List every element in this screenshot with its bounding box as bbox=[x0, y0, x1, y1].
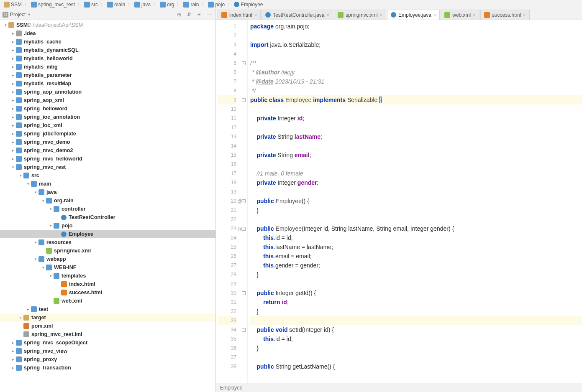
project-tree[interactable]: ▾SSM D:\ideaPorject\Apr\SSM▸.idea▸mybati… bbox=[0, 20, 215, 392]
fold-toggle[interactable]: − bbox=[242, 98, 246, 102]
tree-item-spring-jdbctemplate[interactable]: ▸spring_jdbcTemplate bbox=[0, 130, 215, 138]
tree-arrow[interactable]: ▾ bbox=[10, 165, 16, 169]
fold-toggle[interactable]: − bbox=[242, 61, 246, 65]
tree-item-org-rain[interactable]: ▾org.rain bbox=[0, 196, 215, 205]
tree-arrow[interactable]: ▾ bbox=[18, 173, 23, 178]
tree-arrow[interactable]: ▸ bbox=[10, 148, 16, 153]
tree-item-spring-aop-xml[interactable]: ▸spring_aop_xml bbox=[0, 96, 215, 104]
tree-item-spring-ioc-xml[interactable]: ▸spring_ioc_xml bbox=[0, 121, 215, 130]
tree-item-web-xml[interactable]: web.xml bbox=[0, 297, 215, 305]
tree-arrow[interactable]: ▸ bbox=[10, 157, 16, 161]
tree-item-spring-mvc-helloworld[interactable]: ▸spring_mvc_helloworld bbox=[0, 155, 215, 163]
tree-item-spring-aop-annotation[interactable]: ▸spring_aop_annotation bbox=[0, 88, 215, 96]
tree-item-controller[interactable]: ▾controller bbox=[0, 205, 215, 213]
tree-arrow[interactable]: ▾ bbox=[40, 199, 46, 203]
breadcrumb-item[interactable]: main bbox=[106, 1, 126, 8]
breadcrumb-item[interactable]: org bbox=[159, 1, 175, 8]
tree-arrow[interactable]: ▾ bbox=[33, 190, 38, 194]
tree-item-spring-mvc-scopeobject[interactable]: ▸spring_mvc_scopeObject bbox=[0, 339, 215, 347]
tree-arrow[interactable]: ▸ bbox=[10, 31, 16, 36]
tree-arrow[interactable]: ▸ bbox=[10, 40, 16, 44]
tree-item-index-html[interactable]: index.html bbox=[0, 280, 215, 288]
tree-item-mybatis-parameter[interactable]: ▸mybatis_parameter bbox=[0, 71, 215, 79]
tree-arrow[interactable]: ▸ bbox=[10, 349, 16, 353]
fold-toggle[interactable]: − bbox=[242, 227, 246, 231]
tree-item-main[interactable]: ▾main bbox=[0, 180, 215, 188]
tab-testrestcontroller-java[interactable]: TestRestController.java× bbox=[262, 10, 333, 20]
tab-springmvc-xml[interactable]: springmvc.xml× bbox=[334, 10, 386, 20]
tree-arrow[interactable]: ▸ bbox=[18, 316, 23, 320]
tree-item-spring-mvc-view[interactable]: ▸spring_mvc_view bbox=[0, 347, 215, 355]
breadcrumb-item[interactable]: SSM bbox=[3, 1, 23, 8]
tree-item-spring-mvc-rest-iml[interactable]: spring_mvc_rest.iml bbox=[0, 330, 215, 339]
tree-arrow[interactable]: ▸ bbox=[10, 48, 16, 52]
tree-item-success-html[interactable]: success.html bbox=[0, 288, 215, 297]
tree-item-spring-mvc-rest[interactable]: ▾spring_mvc_rest bbox=[0, 163, 215, 171]
tab-employee-java[interactable]: Employee.java× bbox=[387, 10, 440, 20]
tab-success-html[interactable]: success.html× bbox=[480, 10, 530, 20]
tree-arrow[interactable]: ▾ bbox=[3, 23, 8, 27]
tree-item-spring-mvc-demo2[interactable]: ▸spring_mvc_demo2 bbox=[0, 146, 215, 155]
tree-item-spring-helloword[interactable]: ▸spring_helloword bbox=[0, 104, 215, 113]
tree-item-pom-xml[interactable]: pom.xml bbox=[0, 322, 215, 330]
tree-item--idea[interactable]: ▸.idea bbox=[0, 29, 215, 38]
code-editor[interactable]: package org.rain.pojo;import java.io.Ser… bbox=[248, 20, 582, 383]
tree-item-testrestcontroller[interactable]: TestRestController bbox=[0, 213, 215, 221]
tree-item-mybatis-cache[interactable]: ▸mybatis_cache bbox=[0, 38, 215, 46]
fold-toggle[interactable]: − bbox=[242, 291, 246, 295]
tree-arrow[interactable]: ▸ bbox=[10, 115, 16, 119]
tree-item-webapp[interactable]: ▾webapp bbox=[0, 255, 215, 263]
tree-arrow[interactable]: ▾ bbox=[33, 240, 38, 244]
close-icon[interactable]: × bbox=[254, 13, 257, 18]
tree-arrow[interactable]: ▾ bbox=[25, 182, 31, 186]
tree-arrow[interactable]: ▸ bbox=[10, 56, 16, 61]
close-icon[interactable]: × bbox=[523, 13, 526, 18]
breadcrumb-item[interactable]: java bbox=[133, 1, 152, 8]
tree-item-mybatis-resultmap[interactable]: ▸mybatis_resultMap bbox=[0, 79, 215, 88]
tree-arrow[interactable]: ▾ bbox=[33, 257, 38, 261]
tab-web-xml[interactable]: web.xml× bbox=[441, 10, 479, 20]
close-icon[interactable]: × bbox=[433, 13, 436, 18]
tree-item-mybatis-dynamicsql[interactable]: ▸mybatis_dynamicSQL bbox=[0, 46, 215, 54]
tree-item-templates[interactable]: ▾templates bbox=[0, 272, 215, 280]
settings-icon[interactable]: ✴ bbox=[195, 11, 203, 18]
tree-item-target[interactable]: ▸target bbox=[0, 313, 215, 322]
tree-arrow[interactable]: ▾ bbox=[40, 265, 46, 270]
tab-index-html[interactable]: index.html× bbox=[218, 10, 261, 20]
tree-arrow[interactable]: ▸ bbox=[10, 107, 16, 111]
status-crumb[interactable]: Employee bbox=[220, 385, 242, 391]
tree-item-pojo[interactable]: ▾pojo bbox=[0, 221, 215, 230]
tree-item-ssm[interactable]: ▾SSM D:\ideaPorject\Apr\SSM bbox=[0, 21, 215, 29]
tree-arrow[interactable]: ▸ bbox=[10, 341, 16, 345]
close-icon[interactable]: × bbox=[473, 13, 475, 18]
tree-arrow[interactable]: ▸ bbox=[10, 132, 16, 136]
tree-arrow[interactable]: ▾ bbox=[48, 274, 54, 278]
tree-item-web-inf[interactable]: ▾WEB-INF bbox=[0, 263, 215, 272]
locate-icon[interactable]: ⊕ bbox=[175, 11, 183, 18]
tree-arrow[interactable]: ▸ bbox=[10, 65, 16, 69]
tree-item-resources[interactable]: ▾resources bbox=[0, 238, 215, 247]
tree-arrow[interactable]: ▸ bbox=[10, 73, 16, 77]
tree-item-test[interactable]: ▸test bbox=[0, 305, 215, 313]
tree-item-employee[interactable]: Employee bbox=[0, 230, 215, 238]
hide-icon[interactable]: — bbox=[205, 11, 213, 18]
breadcrumb-item[interactable]: rain bbox=[182, 1, 200, 8]
tree-item-spring-transaction[interactable]: ▸spring_transaction bbox=[0, 364, 215, 372]
tree-item-src[interactable]: ▾src bbox=[0, 171, 215, 180]
tree-arrow[interactable]: ▸ bbox=[10, 90, 16, 94]
close-icon[interactable]: × bbox=[327, 13, 329, 18]
tree-arrow[interactable]: ▸ bbox=[25, 307, 31, 311]
tree-arrow[interactable]: ▸ bbox=[10, 81, 16, 86]
fold-toggle[interactable]: − bbox=[242, 328, 246, 332]
tree-arrow[interactable]: ▸ bbox=[10, 357, 16, 361]
tree-arrow[interactable]: ▾ bbox=[48, 224, 54, 228]
close-icon[interactable]: × bbox=[380, 13, 382, 18]
tree-item-spring-proxy[interactable]: ▸spring_proxy bbox=[0, 355, 215, 364]
tree-arrow[interactable]: ▸ bbox=[10, 366, 16, 370]
tree-item-springmvc-xml[interactable]: springmvc.xml bbox=[0, 247, 215, 255]
tree-item-spring-ioc-annotation[interactable]: ▸spring_ioc_annotation bbox=[0, 113, 215, 121]
tree-arrow[interactable]: ▸ bbox=[10, 123, 16, 127]
project-dropdown[interactable]: ▢ Project ▼ bbox=[3, 12, 31, 18]
fold-toggle[interactable]: − bbox=[242, 199, 246, 203]
tree-item-java[interactable]: ▾java bbox=[0, 188, 215, 196]
